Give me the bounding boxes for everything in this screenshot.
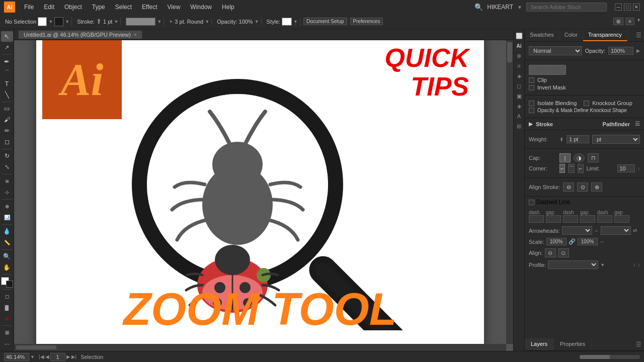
align-btn-2[interactable]: ⊙: [558, 248, 569, 257]
vertical-scrollbar[interactable]: [506, 40, 513, 344]
nav-first-button[interactable]: |◀: [39, 354, 44, 359]
warp-tool[interactable]: ≋: [1, 176, 13, 187]
curvature-tool[interactable]: ⌒: [1, 67, 13, 78]
type-tool[interactable]: T: [1, 78, 13, 89]
rotate-tool[interactable]: ↻: [1, 151, 13, 161]
limit-arrows[interactable]: ↕: [638, 166, 640, 171]
layers-menu-icon[interactable]: ☰: [633, 338, 644, 350]
nav-last-button[interactable]: ▶|: [71, 354, 77, 359]
corner-miter-button[interactable]: ⌐: [559, 164, 565, 173]
align-center-button[interactable]: ⊖: [563, 183, 574, 192]
transform-icon[interactable]: ⊕: [515, 51, 524, 60]
pathfinder-tab[interactable]: Pathfinder: [603, 121, 630, 127]
paintbrush-tool[interactable]: 🖌: [1, 115, 13, 125]
gap-input-2[interactable]: [580, 215, 595, 223]
fill-dropdown-icon[interactable]: ▼: [48, 19, 53, 24]
shape-builder-tool[interactable]: ⊕: [1, 201, 13, 212]
menu-object[interactable]: Object: [60, 3, 86, 12]
page-input[interactable]: [50, 353, 65, 361]
invert-mask-checkbox[interactable]: [529, 85, 534, 90]
menu-select[interactable]: Select: [111, 3, 136, 12]
tab-swatches[interactable]: Swatches: [525, 29, 559, 41]
profile-expand-icon[interactable]: ▼: [600, 262, 605, 267]
dropdown-icon[interactable]: ▼: [517, 5, 522, 10]
zoom-dropdown-icon[interactable]: ▼: [30, 354, 35, 359]
opacity-input[interactable]: [608, 47, 633, 55]
horizontal-scrollbar[interactable]: [14, 344, 506, 351]
align-inside-button[interactable]: ⊙: [577, 183, 588, 192]
none-swatch[interactable]: ◻: [1, 291, 13, 302]
menu-type[interactable]: Type: [88, 3, 109, 12]
chart-tool[interactable]: 📊: [1, 212, 13, 223]
brush-dropdown[interactable]: ▼: [205, 19, 209, 24]
stroke-dropdown-icon[interactable]: ▼: [65, 19, 69, 24]
stroke-up-icon[interactable]: ⬆: [96, 18, 102, 25]
limit-input[interactable]: [617, 164, 635, 172]
menu-file[interactable]: File: [20, 3, 38, 12]
stroke-panel-icon[interactable]: ◻: [515, 81, 524, 90]
fill-color-swatch[interactable]: [38, 17, 47, 26]
make-mask-button[interactable]: Make Mask: [529, 65, 566, 75]
stock-search-input[interactable]: [526, 3, 607, 12]
zoom-input[interactable]: [4, 353, 29, 361]
menu-view[interactable]: View: [164, 3, 185, 12]
scale-input-1[interactable]: [546, 238, 567, 245]
document-tab[interactable]: Untitled1.ai @ 46.14% (RGB/GPU Preview) …: [18, 30, 142, 39]
dash-input-1[interactable]: [529, 215, 544, 223]
maximize-button[interactable]: □: [624, 4, 631, 11]
nav-next-button[interactable]: ▶: [66, 354, 70, 359]
more-tools[interactable]: ···: [1, 338, 13, 349]
ai-panel-icon[interactable]: Ai: [515, 41, 524, 50]
menu-window[interactable]: Window: [186, 3, 216, 12]
nav-prev-button[interactable]: ◀: [45, 354, 49, 359]
arrowhead-swap-icon[interactable]: ⇌: [633, 228, 637, 233]
knockout-group-checkbox[interactable]: [584, 101, 589, 106]
scale-link-icon[interactable]: 🔗: [569, 238, 576, 245]
gradient-panel-icon[interactable]: ▣: [515, 92, 524, 101]
close-button[interactable]: ✕: [633, 4, 640, 11]
cap-round-button[interactable]: ◑: [574, 153, 585, 162]
weight-unit-select[interactable]: pt: [592, 135, 640, 144]
preferences-button[interactable]: Preferences: [350, 18, 383, 25]
direct-selection-tool[interactable]: ↗: [1, 42, 13, 53]
eraser-tool[interactable]: ◻: [1, 137, 13, 147]
hand-tool[interactable]: ✋: [1, 262, 13, 273]
tab-close-button[interactable]: ×: [134, 32, 137, 38]
menu-edit[interactable]: Edit: [40, 3, 58, 12]
swatches-icon[interactable]: ⬜: [515, 31, 524, 40]
line-tool[interactable]: ╲: [1, 89, 13, 100]
tab-transparency[interactable]: Transparency: [583, 29, 627, 41]
align-outside-button[interactable]: ⊕: [591, 183, 602, 192]
cap-square-button[interactable]: ⊓: [588, 153, 599, 162]
profile-select[interactable]: [548, 260, 598, 269]
scale-input-2[interactable]: [578, 238, 598, 245]
appearance-icon[interactable]: ◈: [515, 102, 524, 111]
eyedropper-tool[interactable]: 💧: [1, 226, 13, 237]
dash-input-3[interactable]: [597, 215, 612, 223]
clip-checkbox[interactable]: [529, 77, 534, 83]
document-setup-button[interactable]: Document Setup: [303, 18, 347, 25]
measure-tool[interactable]: 📏: [1, 237, 13, 248]
reset-colors[interactable]: ⊗: [1, 313, 13, 324]
pencil-tool[interactable]: ✏: [1, 126, 13, 136]
stroke-color-swatch[interactable]: [54, 17, 63, 26]
stroke-value-dropdown[interactable]: ▼: [114, 19, 118, 24]
foreground-color[interactable]: [1, 277, 13, 288]
pen-tool[interactable]: ✒: [1, 56, 13, 67]
opacity-mask-checkbox[interactable]: [529, 108, 534, 113]
stroke-panel-menu[interactable]: ☰: [635, 121, 640, 127]
blend-mode-select[interactable]: Normal: [529, 46, 582, 55]
menu-effect[interactable]: Effect: [138, 3, 161, 12]
search-icon[interactable]: 🔍: [474, 3, 483, 11]
layout-icon[interactable]: ≡: [625, 18, 634, 25]
tab-layers[interactable]: Layers: [525, 338, 554, 350]
arrowhead-end-select[interactable]: [601, 226, 631, 235]
dash-input-2[interactable]: [563, 215, 578, 223]
brush-icon[interactable]: ✦: [169, 19, 173, 24]
artboard[interactable]: Ai QUICK TIPS: [36, 40, 484, 350]
menu-help[interactable]: Help: [218, 3, 238, 12]
zoom-tool[interactable]: 🔍: [1, 251, 13, 261]
arrange-icon[interactable]: ⊞: [613, 18, 623, 25]
opacity-dropdown[interactable]: ▼: [255, 19, 259, 24]
profile-flip-icon[interactable]: ↕: [633, 262, 636, 267]
